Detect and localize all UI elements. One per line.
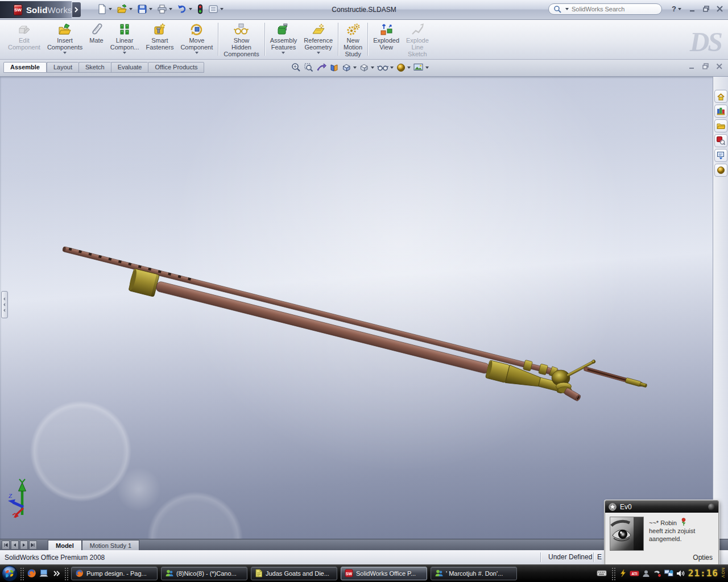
cmd-insert-components[interactable]: Insert Components — [44, 22, 86, 54]
network-icon[interactable] — [664, 569, 673, 577]
tab-motion-study-1[interactable]: Motion Study 1 — [82, 540, 139, 550]
feature-manager-splitter[interactable] — [1, 291, 8, 318]
contact-icon[interactable] — [642, 569, 650, 577]
ati-icon[interactable]: ATI — [630, 569, 639, 577]
first-tab-button[interactable] — [2, 541, 10, 550]
previous-tab-button[interactable] — [11, 541, 19, 550]
section-view-button[interactable] — [329, 63, 339, 72]
language-keyboard-icon[interactable] — [597, 569, 607, 577]
cmd-exploded-view[interactable]: Exploded View — [370, 22, 403, 51]
contact-avatar — [610, 517, 644, 551]
taskbar-button-nico-chat[interactable]: (8)Nico(8) - (*)Cano... — [161, 567, 247, 580]
popup-options-link[interactable]: Opties — [693, 554, 713, 562]
start-button[interactable] — [1, 565, 18, 582]
tab-office-products[interactable]: Office Products — [148, 62, 204, 73]
ribbon-tabs: Assemble Layout Sketch Evaluate Office P… — [3, 62, 204, 73]
cmd-smart-fasteners[interactable]: Smart Fasteners — [142, 22, 177, 51]
dropdown-caret-icon — [195, 52, 198, 54]
doc-close-button[interactable] — [716, 63, 723, 70]
cmd-reference-geometry[interactable]: Reference Geometry — [300, 22, 336, 54]
toolbar-separator — [264, 23, 265, 56]
toolbar-separator — [218, 23, 218, 56]
hide-show-items-button[interactable] — [377, 64, 394, 72]
popup-button[interactable] — [708, 504, 715, 510]
dropdown-caret-icon — [123, 52, 126, 54]
assembly-model[interactable] — [0, 76, 728, 539]
show-hidden-components-icon — [234, 22, 249, 36]
search-icon[interactable] — [553, 5, 562, 14]
title-bar: SW SolidWorks Constructie.SLDASM ? — [0, 0, 728, 20]
view-orientation-button[interactable] — [342, 63, 357, 72]
messenger-icon — [165, 569, 173, 577]
taskbar-clock[interactable]: 21:16 — [688, 568, 718, 579]
phone-icon[interactable] — [653, 569, 661, 577]
view-palette-button[interactable] — [714, 149, 727, 162]
display-style-button[interactable] — [359, 63, 374, 72]
ds-watermark: DS — [690, 26, 721, 57]
cmd-move-component[interactable]: Move Component — [177, 22, 216, 54]
scene-button[interactable] — [413, 63, 429, 72]
doc-minimize-button[interactable] — [689, 63, 696, 70]
zoom-area-button[interactable] — [304, 63, 313, 72]
taskbar-button-pump-design[interactable]: Pump design. - Pag... — [71, 567, 158, 580]
solidworks-search-icon — [717, 136, 725, 145]
cmd-mate[interactable]: Mate — [86, 22, 106, 44]
cmd-linear-component-pattern[interactable]: Linear Compon... — [107, 22, 143, 54]
restore-button[interactable] — [702, 5, 710, 13]
help-button[interactable]: ? — [672, 5, 681, 13]
lightning-icon[interactable] — [619, 569, 627, 577]
system-tray: ATI 21:16 NOV — [597, 567, 728, 580]
design-library-button[interactable] — [714, 105, 727, 118]
taskbar-button-solidworks[interactable]: SW SolidWorks Office P... — [341, 567, 427, 580]
dropdown-caret-icon — [678, 8, 681, 10]
view-heads-up-toolbar — [291, 63, 429, 72]
minimize-button[interactable] — [689, 5, 696, 13]
tab-evaluate[interactable]: Evaluate — [111, 62, 148, 73]
zoom-fit-icon — [291, 63, 301, 72]
previous-view-button[interactable] — [316, 63, 326, 72]
quicklaunch-firefox[interactable] — [25, 567, 38, 580]
tab-assemble[interactable]: Assemble — [3, 62, 47, 73]
flower-icon — [680, 518, 687, 526]
tab-layout[interactable]: Layout — [47, 62, 78, 73]
appearances-button[interactable] — [714, 164, 727, 177]
cmd-assembly-features[interactable]: Assembly Features — [267, 22, 301, 54]
close-button[interactable] — [716, 5, 723, 13]
taskbar-button-marcotjuh-chat[interactable]: ' Marcotjuh #. Don'... — [431, 567, 517, 580]
window-controls — [689, 5, 723, 13]
scene-icon — [413, 63, 424, 72]
move-component-icon — [190, 22, 204, 36]
mate-paperclip-icon — [89, 22, 103, 36]
status-separator — [540, 552, 541, 562]
file-explorer-button[interactable] — [714, 119, 727, 132]
edit-appearance-button[interactable] — [396, 63, 411, 72]
appearances-icon — [717, 166, 725, 174]
last-tab-button[interactable] — [29, 541, 37, 550]
search-input[interactable] — [570, 5, 646, 13]
file-explorer-icon — [717, 122, 725, 130]
dropdown-caret-icon — [63, 52, 67, 54]
resources-home-button[interactable] — [714, 90, 727, 103]
volume-icon[interactable] — [676, 569, 685, 577]
tab-model[interactable]: Model — [48, 540, 82, 550]
quicklaunch-overflow-chevron[interactable] — [50, 567, 63, 580]
solidworks-search-button[interactable] — [714, 134, 727, 147]
zoom-fit-button[interactable] — [291, 63, 301, 72]
doc-restore-button[interactable] — [702, 63, 709, 70]
cmd-new-motion-study[interactable]: New Motion Study — [340, 22, 366, 57]
search-scope-caret-icon[interactable] — [565, 8, 569, 10]
cmd-show-hidden-components[interactable]: Show Hidden Components — [220, 22, 262, 57]
hide-show-items-icon — [377, 64, 388, 72]
firefox-icon — [75, 569, 84, 577]
tab-sketch[interactable]: Sketch — [78, 62, 111, 73]
search-box[interactable] — [548, 3, 662, 15]
graphics-area[interactable]: Z — [0, 76, 728, 539]
explode-line-sketch-icon — [411, 22, 424, 36]
taskbar-button-judas-goats[interactable]: Judas Goats and Die... — [251, 567, 337, 580]
next-tab-button[interactable] — [20, 541, 28, 550]
quicklaunch-show-desktop[interactable] — [38, 567, 50, 580]
new-motion-study-icon — [346, 22, 360, 36]
display-style-icon — [359, 63, 369, 72]
show-desktop-icon — [39, 569, 48, 577]
dropdown-caret-icon — [390, 66, 394, 69]
